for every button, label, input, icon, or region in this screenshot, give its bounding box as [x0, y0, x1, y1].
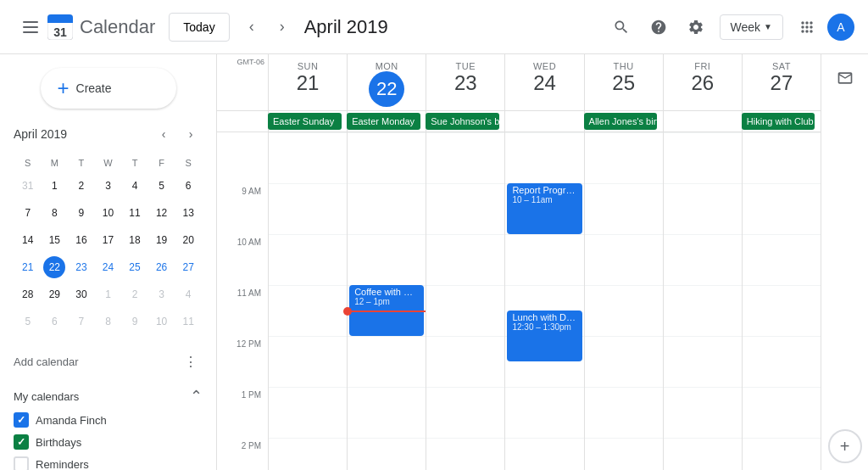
mini-cal-day[interactable]: 2 [69, 173, 94, 199]
mini-cal-day[interactable]: 26 [149, 255, 175, 280]
mini-cal-day[interactable]: 27 [175, 255, 201, 280]
mini-cal-day[interactable]: 23 [69, 255, 94, 280]
hour-cell[interactable] [269, 285, 347, 336]
mini-cal-day[interactable]: 19 [149, 227, 175, 253]
hour-cell[interactable] [585, 183, 663, 234]
hour-cell[interactable] [505, 438, 583, 470]
right-sidebar-icon-1[interactable] [828, 61, 862, 95]
mini-cal-day[interactable]: 9 [122, 309, 147, 334]
mini-cal-day[interactable]: 3 [96, 173, 121, 199]
hour-cell[interactable] [269, 132, 347, 183]
mini-cal-day[interactable]: 25 [122, 255, 147, 280]
mini-cal-day[interactable]: 7 [69, 309, 94, 334]
hour-cell[interactable] [585, 234, 663, 285]
mini-cal-day[interactable]: 5 [149, 173, 175, 199]
mini-cal-day[interactable]: 7 [15, 200, 41, 226]
mini-cal-day[interactable]: 28 [15, 282, 41, 307]
prev-button[interactable]: ‹ [236, 12, 267, 42]
hour-cell[interactable] [585, 438, 663, 470]
hour-cell[interactable] [348, 387, 426, 438]
mini-cal-day[interactable]: 2 [122, 282, 147, 307]
mini-prev-button[interactable]: ‹ [152, 122, 175, 146]
my-calendars-header[interactable]: My calendars ⌃ [0, 383, 216, 409]
hour-cell[interactable] [505, 132, 583, 183]
mini-cal-day[interactable]: 1 [96, 282, 121, 307]
hour-cell[interactable] [664, 285, 742, 336]
allday-cell[interactable] [663, 111, 742, 131]
hour-cell[interactable] [664, 183, 742, 234]
hour-cell[interactable] [585, 285, 663, 336]
hour-cell[interactable] [348, 183, 426, 234]
hour-cell[interactable] [743, 132, 821, 183]
mini-cal-day[interactable]: 31 [15, 173, 41, 199]
mini-cal-day[interactable]: 4 [175, 282, 201, 307]
mini-cal-day[interactable]: 3 [149, 282, 175, 307]
hour-cell[interactable] [585, 336, 663, 387]
mini-cal-day[interactable]: 8 [96, 309, 121, 334]
allday-event[interactable]: Hiking with Club [742, 113, 815, 130]
day-column[interactable] [268, 132, 347, 470]
mini-cal-day[interactable]: 13 [175, 200, 201, 226]
hour-cell[interactable] [585, 132, 663, 183]
calendar-event[interactable]: Lunch with Dave12:30 – 1:30pm [507, 311, 581, 361]
calendar-checkbox[interactable] [14, 434, 29, 450]
mini-cal-day[interactable]: 14 [15, 227, 41, 253]
mini-next-button[interactable]: › [179, 122, 203, 146]
mini-cal-day[interactable]: 20 [175, 227, 201, 253]
my-calendar-item[interactable]: Reminders [0, 453, 216, 470]
hour-cell[interactable] [743, 438, 821, 470]
hour-cell[interactable] [743, 285, 821, 336]
mini-cal-day[interactable]: 8 [42, 200, 68, 226]
mini-cal-day[interactable]: 10 [149, 309, 175, 334]
hour-cell[interactable] [348, 234, 426, 285]
mini-cal-day[interactable]: 6 [175, 173, 201, 199]
allday-event[interactable]: Sue Johnson's birthd... [426, 113, 499, 130]
mini-cal-day[interactable]: 4 [122, 173, 147, 199]
hour-cell[interactable] [664, 387, 742, 438]
day-column[interactable]: Coffee with Sue12 – 1pm [347, 132, 426, 470]
day-number[interactable]: 27 [743, 71, 821, 96]
user-avatar[interactable]: A [827, 14, 854, 41]
mini-cal-day[interactable]: 11 [122, 200, 147, 226]
mini-cal-day[interactable]: 10 [96, 200, 121, 226]
my-calendar-item[interactable]: Birthdays [0, 431, 216, 453]
help-button[interactable] [642, 10, 676, 44]
mini-cal-day[interactable]: 15 [42, 227, 68, 253]
hour-cell[interactable] [664, 336, 742, 387]
mini-cal-day[interactable]: 18 [122, 227, 147, 253]
mini-cal-day[interactable]: 24 [96, 255, 121, 280]
mini-cal-day[interactable]: 6 [42, 309, 68, 334]
mini-cal-day[interactable]: 22 [42, 255, 68, 280]
hour-cell[interactable] [426, 234, 504, 285]
calendar-checkbox[interactable] [14, 412, 29, 428]
hour-cell[interactable] [585, 387, 663, 438]
hour-cell[interactable] [269, 438, 347, 470]
hour-cell[interactable] [664, 234, 742, 285]
mini-cal-day[interactable]: 9 [69, 200, 94, 226]
day-column[interactable]: Pilates4 – 5pmDinner with Mom7 – 8pm [663, 132, 742, 470]
search-button[interactable] [604, 10, 638, 44]
mini-cal-day[interactable]: 5 [15, 309, 41, 334]
hour-cell[interactable] [426, 336, 504, 387]
hour-cell[interactable] [269, 234, 347, 285]
day-number[interactable]: 25 [585, 71, 663, 96]
day-column[interactable] [742, 132, 821, 470]
mini-cal-day[interactable]: 1 [42, 173, 68, 199]
allday-event[interactable]: Allen Jones's birthda... [584, 113, 658, 130]
mini-cal-day[interactable]: 21 [15, 255, 41, 280]
hour-cell[interactable] [426, 438, 504, 470]
hour-cell[interactable] [743, 336, 821, 387]
mini-cal-day[interactable]: 29 [42, 282, 68, 307]
create-button[interactable]: + Create [41, 68, 176, 109]
hamburger-menu[interactable] [14, 10, 47, 44]
hour-cell[interactable] [743, 387, 821, 438]
hour-cell[interactable] [348, 336, 426, 387]
hour-cell[interactable] [743, 234, 821, 285]
hour-cell[interactable] [664, 438, 742, 470]
hour-cell[interactable] [426, 285, 504, 336]
view-selector[interactable]: Week ▼ [720, 14, 783, 40]
allday-event[interactable]: Easter Sunday [268, 113, 342, 130]
hour-cell[interactable] [348, 132, 426, 183]
mini-cal-day[interactable]: 12 [149, 200, 175, 226]
day-number[interactable]: 21 [269, 71, 347, 96]
